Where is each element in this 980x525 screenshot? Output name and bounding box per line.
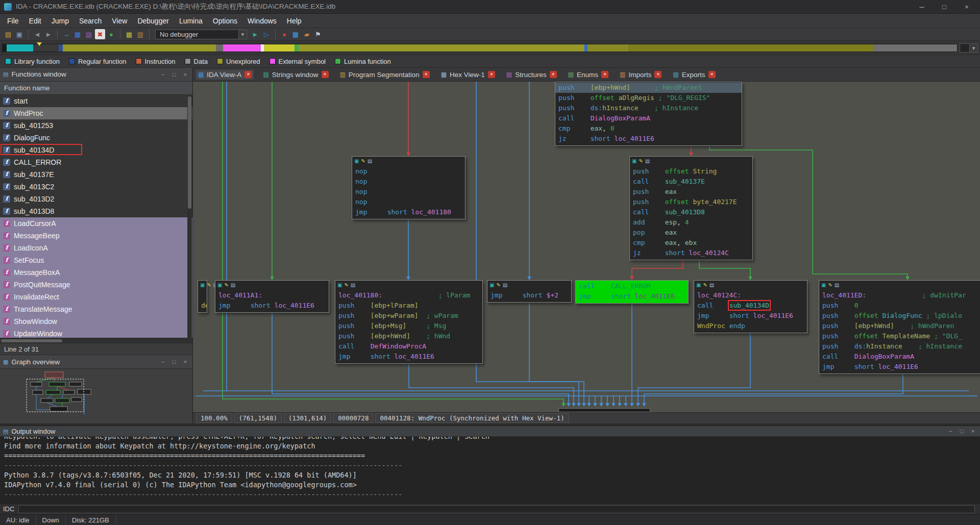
- function-row-sub-4013d2[interactable]: fsub_4013D2: [0, 193, 192, 205]
- idc-label[interactable]: IDC: [3, 505, 14, 513]
- navband-segment[interactable]: [7, 44, 33, 52]
- scrollbar-thumb[interactable]: [1, 339, 62, 342]
- graph-node-jmp-next[interactable]: ▣✎▤jmp short $+2: [487, 280, 572, 303]
- node-edit-icon[interactable]: ✎: [639, 157, 643, 165]
- graph-node-entry-top[interactable]: push [ebp+hWnd] ; hWndParentpush offset …: [555, 82, 742, 146]
- close-icon[interactable]: ×: [322, 71, 329, 78]
- tab-program-segmentation[interactable]: ▥Program Segmentation×: [338, 70, 432, 80]
- panel-maximize-button[interactable]: □: [170, 359, 178, 365]
- node-color-icon[interactable]: ▣: [632, 157, 636, 165]
- tab-exports[interactable]: ▤Exports×: [671, 70, 717, 80]
- graph-overview-header[interactable]: ▦ Graph overview − □ ×: [0, 355, 192, 369]
- menu-item-debugger[interactable]: Debugger: [132, 17, 174, 25]
- node-info-icon[interactable]: ▤: [709, 281, 714, 289]
- close-icon[interactable]: ×: [244, 71, 252, 78]
- debugger-combo[interactable]: No debugger▾: [155, 30, 247, 39]
- tab-strings-window[interactable]: ▤Strings window×: [261, 70, 330, 80]
- output-log[interactable]: Keypatch: to activate Keypatch assembler…: [0, 437, 980, 503]
- tab-imports[interactable]: ▥Imports×: [618, 70, 664, 80]
- graph-node-string-check[interactable]: ▣✎▤push offset Stringcall sub_40137Epush…: [629, 156, 753, 260]
- panel-float-button[interactable]: −: [946, 428, 954, 434]
- function-row-sub-401253[interactable]: fsub_401253: [0, 119, 192, 132]
- node-info-icon[interactable]: ▤: [368, 157, 372, 165]
- navband-segment[interactable]: [299, 44, 584, 52]
- navband-segment[interactable]: [295, 44, 299, 52]
- menu-item-options[interactable]: Options: [208, 17, 242, 25]
- function-row-updatewindow[interactable]: fUpdateWindow: [0, 328, 192, 338]
- node-edit-icon[interactable]: ✎: [361, 157, 365, 165]
- node-info-icon[interactable]: ▤: [351, 281, 355, 289]
- node-color-icon[interactable]: ▣: [217, 281, 222, 289]
- navband-dropdown[interactable]: ▾: [960, 43, 978, 53]
- function-row-messagebeep[interactable]: fMessageBeep: [0, 230, 192, 242]
- trace-icon[interactable]: ▰: [302, 29, 312, 39]
- node-color-icon[interactable]: ▣: [354, 157, 359, 165]
- graph-node-loc-40124c[interactable]: ▣✎▤loc_40124C:call sub_40134Djmp short l…: [694, 280, 807, 333]
- function-row-sub-40134d[interactable]: fsub_40134D: [0, 144, 192, 156]
- chevron-down-icon[interactable]: ▾: [969, 44, 977, 52]
- jump-icon[interactable]: →: [61, 29, 71, 39]
- graph-node-clipped-left[interactable]: ▣✎▤ de: [198, 280, 207, 313]
- graph-node-loc-4011ed[interactable]: ▣✎▤loc_4011ED: ; dwInitParpush 0push off…: [819, 280, 980, 374]
- panel-float-button[interactable]: −: [159, 359, 167, 365]
- function-row-call-error[interactable]: fCALL_ERROR: [0, 156, 192, 168]
- node-color-icon[interactable]: ▣: [489, 281, 494, 289]
- tab-structures[interactable]: ▤Structures×: [504, 70, 559, 80]
- node-edit-icon[interactable]: ✎: [828, 281, 832, 289]
- function-row-wndproc[interactable]: fWndProc: [0, 107, 192, 119]
- menu-item-edit[interactable]: Edit: [24, 17, 46, 25]
- function-row-loadcursora[interactable]: fLoadCursorA: [0, 217, 192, 230]
- function-list-vscrollbar[interactable]: [187, 95, 192, 340]
- menu-item-file[interactable]: File: [2, 17, 24, 25]
- idc-command-input[interactable]: [18, 505, 975, 513]
- node-info-icon[interactable]: ▤: [503, 281, 507, 289]
- menu-item-windows[interactable]: Windows: [242, 17, 282, 25]
- menu-item-search[interactable]: Search: [74, 17, 107, 25]
- navband-segment[interactable]: [216, 44, 223, 52]
- tab-hex-view-1[interactable]: ▦Hex View-1×: [439, 70, 497, 80]
- function-row-translatemessage[interactable]: fTranslateMessage: [0, 303, 192, 315]
- analysis-icon[interactable]: ▦: [72, 29, 83, 39]
- run-script-icon[interactable]: ●: [106, 29, 116, 39]
- scrollbar-thumb[interactable]: [188, 96, 191, 209]
- navband-segment[interactable]: [223, 44, 261, 52]
- watches-icon[interactable]: ▦: [290, 29, 301, 39]
- panel-close-button[interactable]: ×: [181, 71, 189, 78]
- segments-icon[interactable]: ▥: [135, 29, 145, 39]
- node-edit-icon[interactable]: ✎: [207, 281, 211, 289]
- chevron-down-icon[interactable]: ▾: [238, 30, 247, 39]
- output-window-header[interactable]: ▤ Output window − □ ×: [0, 426, 980, 437]
- node-edit-icon[interactable]: ✎: [224, 281, 228, 289]
- minimize-button[interactable]: ─: [913, 3, 931, 11]
- graph-node-nops[interactable]: ▣✎▤nopnopnopnopjmp short loc_401180: [352, 156, 465, 219]
- node-color-icon[interactable]: ▣: [337, 281, 342, 289]
- node-edit-icon[interactable]: ✎: [496, 281, 500, 289]
- graph-overview-map[interactable]: [0, 369, 192, 423]
- node-info-icon[interactable]: ▤: [645, 157, 650, 165]
- functions-window-header[interactable]: ▤ Functions window − □ ×: [0, 68, 192, 82]
- close-icon[interactable]: ×: [601, 71, 608, 78]
- breakpoints-icon[interactable]: ●: [279, 29, 289, 39]
- cancel-analysis-icon[interactable]: ✖: [95, 29, 105, 39]
- function-row-messageboxa[interactable]: fMessageBoxA: [0, 266, 192, 279]
- close-icon[interactable]: ×: [654, 71, 662, 78]
- graph-node-loc-4011a1[interactable]: ▣✎▤loc_4011A1:jmp short loc_4011E6: [215, 280, 329, 313]
- node-info-icon[interactable]: ▤: [231, 281, 235, 289]
- function-row-sub-4013c2[interactable]: fsub_4013C2: [0, 181, 192, 193]
- graph-view[interactable]: push [ebp+hWnd] ; hWndParentpush offset …: [193, 82, 980, 412]
- tab-enums[interactable]: ▤Enums×: [566, 70, 610, 80]
- node-edit-icon[interactable]: ✎: [703, 281, 707, 289]
- node-color-icon[interactable]: ▣: [200, 281, 205, 289]
- navigation-band[interactable]: [2, 44, 958, 52]
- node-info-icon[interactable]: ▤: [835, 281, 839, 289]
- menu-item-view[interactable]: View: [107, 17, 132, 25]
- open-file-icon[interactable]: ▤: [3, 29, 13, 39]
- navband-segment[interactable]: [628, 44, 873, 52]
- tab-ida-view-a[interactable]: ▦IDA View-A×: [196, 70, 254, 80]
- panel-float-button[interactable]: −: [159, 71, 167, 78]
- node-color-icon[interactable]: ▣: [821, 281, 826, 289]
- close-button[interactable]: ×: [958, 3, 976, 11]
- function-row-postquitmessage[interactable]: fPostQuitMessage: [0, 279, 192, 291]
- panel-maximize-button[interactable]: □: [958, 428, 966, 434]
- function-row-start[interactable]: fstart: [0, 95, 192, 107]
